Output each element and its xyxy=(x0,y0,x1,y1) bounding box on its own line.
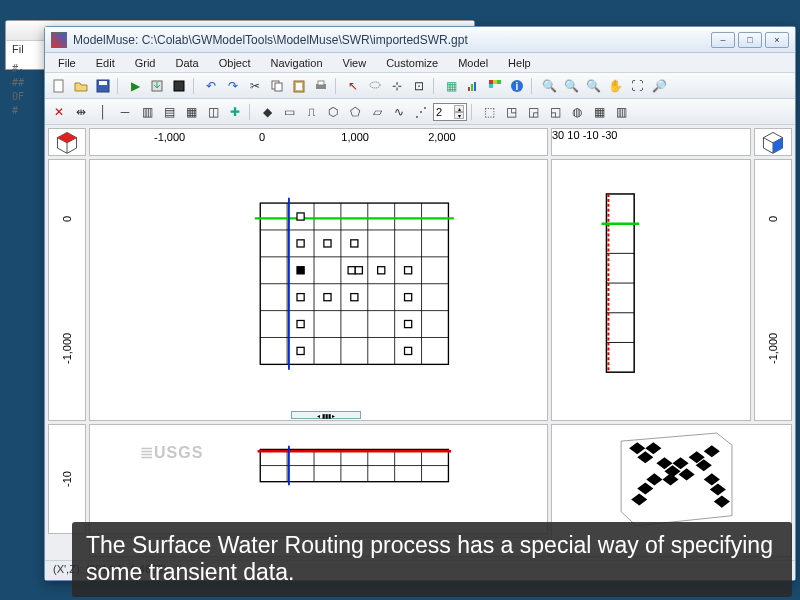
cut-icon[interactable]: ✂ xyxy=(245,76,265,96)
separator xyxy=(433,77,437,95)
ruler-top-side: 30 10 -10 -30 xyxy=(551,128,751,156)
open-file-icon[interactable] xyxy=(71,76,91,96)
svg-rect-6 xyxy=(275,83,282,91)
ruler-left-front: -10 xyxy=(48,424,86,534)
zoom-extents-icon[interactable]: 🔍 xyxy=(583,76,603,96)
colored-grid-icon[interactable]: ▦ xyxy=(589,102,609,122)
info-icon[interactable]: i xyxy=(507,76,527,96)
create-straight-icon[interactable]: ⬠ xyxy=(345,102,365,122)
svg-rect-35 xyxy=(297,213,304,220)
tick-label: 10 xyxy=(567,129,579,141)
side-view[interactable] xyxy=(551,159,751,421)
view-cube1-icon[interactable]: ◳ xyxy=(501,102,521,122)
vertex-count-spinner[interactable]: 2 ▴▾ xyxy=(433,103,467,121)
top-view-cube[interactable] xyxy=(48,128,86,156)
front-view[interactable]: ≣USGS xyxy=(89,424,548,534)
add-col-icon[interactable]: │ xyxy=(93,102,113,122)
svg-rect-48 xyxy=(297,320,304,327)
paste-icon[interactable] xyxy=(289,76,309,96)
generate-grid-icon[interactable]: ✚ xyxy=(225,102,245,122)
maximize-button[interactable]: □ xyxy=(738,32,762,48)
menu-edit[interactable]: Edit xyxy=(87,55,124,71)
tick-label: -30 xyxy=(602,129,618,141)
menu-view[interactable]: View xyxy=(334,55,376,71)
move-col-icon[interactable]: ⇹ xyxy=(71,102,91,122)
create-rectangle-icon[interactable]: ▱ xyxy=(367,102,387,122)
front-face-icon[interactable]: ▥ xyxy=(611,102,631,122)
select-lasso-icon[interactable] xyxy=(365,76,385,96)
titlebar[interactable]: ModelMuse: C:\Colab\GWModelTools\ModelMu… xyxy=(45,27,795,53)
separator xyxy=(471,103,475,121)
grid-spacing-icon[interactable]: ▤ xyxy=(159,102,179,122)
export-icon[interactable] xyxy=(169,76,189,96)
svg-rect-18 xyxy=(489,84,493,88)
menu-model[interactable]: Model xyxy=(449,55,497,71)
spin-up-icon[interactable]: ▴ xyxy=(454,105,464,112)
zoom-tool-icon[interactable]: 🔎 xyxy=(649,76,669,96)
ruler-left-main: -1,000 0 xyxy=(48,159,86,421)
modelmuse-window: ModelMuse: C:\Colab\GWModelTools\ModelMu… xyxy=(44,26,796,581)
svg-rect-47 xyxy=(405,294,412,301)
svg-rect-41 xyxy=(355,267,362,274)
side-view-cube[interactable] xyxy=(754,128,792,156)
menu-help[interactable]: Help xyxy=(499,55,540,71)
spin-down-icon[interactable]: ▾ xyxy=(454,112,464,119)
view-3d-icon[interactable]: ⬚ xyxy=(479,102,499,122)
subdivide-icon[interactable]: ▥ xyxy=(137,102,157,122)
redo-icon[interactable]: ↷ xyxy=(223,76,243,96)
gutter-line: OF xyxy=(12,90,40,104)
tick-label: 1,000 xyxy=(341,131,369,143)
vertex-icon[interactable]: ⊡ xyxy=(409,76,429,96)
menu-customize[interactable]: Customize xyxy=(377,55,447,71)
horizontal-slider[interactable]: ◂ ▮▮▮ ▸ xyxy=(291,411,361,419)
svg-rect-42 xyxy=(378,267,385,274)
svg-rect-50 xyxy=(297,347,304,354)
window-title: ModelMuse: C:\Colab\GWModelTools\ModelMu… xyxy=(73,33,711,47)
workspace: -1,000 0 1,000 2,000 30 10 -10 -30 -1,00… xyxy=(45,125,795,560)
create-polygon-icon[interactable]: ⬡ xyxy=(323,102,343,122)
run-icon[interactable]: ▶ xyxy=(125,76,145,96)
zoom-out-icon[interactable]: 🔍 xyxy=(561,76,581,96)
freehand-icon[interactable]: ⋰ xyxy=(411,102,431,122)
color-grid-icon[interactable] xyxy=(485,76,505,96)
menu-file[interactable]: File xyxy=(49,55,85,71)
menu-navigation[interactable]: Navigation xyxy=(262,55,332,71)
import-icon[interactable] xyxy=(147,76,167,96)
menu-grid[interactable]: Grid xyxy=(126,55,165,71)
shell-icon[interactable]: ◍ xyxy=(567,102,587,122)
plan-view[interactable]: ◂ ▮▮▮ ▸ xyxy=(89,159,548,421)
new-file-icon[interactable] xyxy=(49,76,69,96)
grid-angle-icon[interactable]: ◫ xyxy=(203,102,223,122)
delete-col-icon[interactable]: ✕ xyxy=(49,102,69,122)
tick-label: -1,000 xyxy=(767,333,779,364)
svg-rect-2 xyxy=(99,81,107,85)
select-point-icon[interactable]: ⊹ xyxy=(387,76,407,96)
svg-rect-17 xyxy=(497,80,501,84)
create-point-icon[interactable]: ◆ xyxy=(257,102,277,122)
tutorial-caption: The Surface Water Routing process has a … xyxy=(72,522,792,597)
svg-rect-16 xyxy=(493,80,497,84)
minimize-button[interactable]: – xyxy=(711,32,735,48)
view-cube2-icon[interactable]: ◲ xyxy=(523,102,543,122)
show-hide-icon[interactable]: ▦ xyxy=(441,76,461,96)
tick-label: 2,000 xyxy=(428,131,456,143)
pan-icon[interactable]: ✋ xyxy=(605,76,625,96)
menu-data[interactable]: Data xyxy=(166,55,207,71)
chart-icon[interactable] xyxy=(463,76,483,96)
add-row-icon[interactable]: ─ xyxy=(115,102,135,122)
svg-text:i: i xyxy=(516,81,519,92)
menu-object[interactable]: Object xyxy=(210,55,260,71)
select-arrow-icon[interactable]: ↖ xyxy=(343,76,363,96)
view-cube3-icon[interactable]: ◱ xyxy=(545,102,565,122)
save-icon[interactable] xyxy=(93,76,113,96)
zoom-window-icon[interactable]: ⛶ xyxy=(627,76,647,96)
zoom-in-icon[interactable]: 🔍 xyxy=(539,76,559,96)
sketch-icon[interactable]: ∿ xyxy=(389,102,409,122)
copy-icon[interactable] xyxy=(267,76,287,96)
set-spacing-icon[interactable]: ▦ xyxy=(181,102,201,122)
create-polyline-icon[interactable]: ⎍ xyxy=(301,102,321,122)
undo-icon[interactable]: ↶ xyxy=(201,76,221,96)
close-button[interactable]: × xyxy=(765,32,789,48)
create-line-icon[interactable]: ▭ xyxy=(279,102,299,122)
print-icon[interactable] xyxy=(311,76,331,96)
